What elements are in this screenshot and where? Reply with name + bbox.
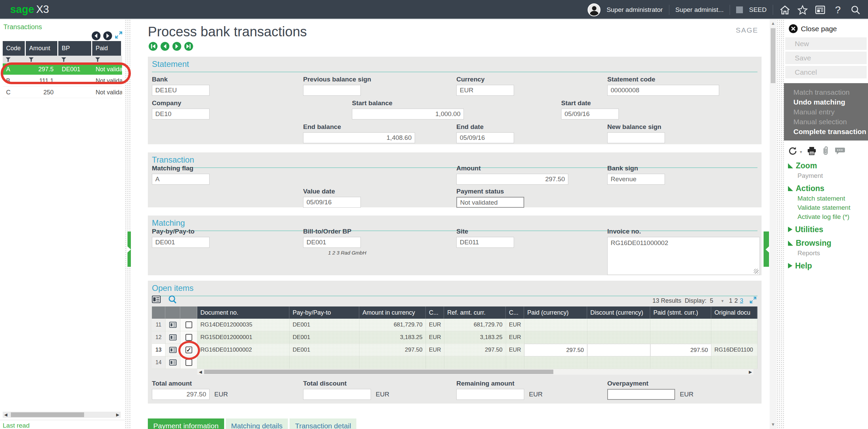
- section-header-browsing[interactable]: Browsing: [784, 238, 868, 248]
- section-item-validate-statement[interactable]: Validate statement: [784, 203, 868, 212]
- star-icon[interactable]: [797, 4, 808, 16]
- scroll-down-icon[interactable]: ▼: [770, 422, 776, 427]
- grid-icon[interactable]: [152, 296, 161, 304]
- avatar[interactable]: [588, 3, 600, 16]
- cancel-button[interactable]: Cancel: [785, 66, 867, 78]
- value-date-input[interactable]: 05/09/16: [303, 197, 361, 208]
- scroll-thumb[interactable]: [204, 370, 553, 374]
- row-checkbox[interactable]: [185, 334, 192, 341]
- row-checkbox[interactable]: [185, 321, 192, 328]
- section-header-actions[interactable]: Actions: [784, 183, 868, 194]
- section-item-activate-log-file-[interactable]: Activate log file (*): [784, 212, 868, 221]
- printer-icon[interactable]: [807, 146, 817, 157]
- column-header-util[interactable]: [152, 306, 165, 319]
- end-balance-input[interactable]: 1,408.60: [303, 132, 415, 143]
- payment-status-input[interactable]: Not validated: [456, 197, 524, 208]
- column-header[interactable]: C...: [506, 306, 524, 319]
- column-header[interactable]: Original docu: [711, 306, 757, 319]
- right-splitter[interactable]: [776, 19, 784, 429]
- next-record-icon[interactable]: [172, 42, 181, 52]
- dropdown-caret-icon[interactable]: ▾: [721, 298, 724, 303]
- comment-icon[interactable]: [834, 147, 845, 157]
- scroll-left-icon[interactable]: ◀: [197, 370, 203, 374]
- user-role[interactable]: Super administ...: [675, 6, 724, 14]
- column-header[interactable]: Amount in currency: [359, 306, 426, 319]
- section-header-help[interactable]: Help: [784, 260, 868, 271]
- close-page-button[interactable]: Close page: [789, 24, 868, 33]
- open-items-row-12[interactable]: 12RG15DE012000001DE0013,183.25EUR3,183.2…: [152, 331, 757, 344]
- search-icon[interactable]: [168, 295, 177, 305]
- next-record-icon[interactable]: [103, 31, 112, 40]
- overpayment-input[interactable]: [607, 389, 675, 400]
- prev-record-icon[interactable]: [160, 42, 170, 52]
- statement-code-input[interactable]: 00000008: [607, 85, 719, 96]
- bank-input[interactable]: DE1EU: [152, 85, 210, 96]
- column-header[interactable]: Document no.: [197, 306, 290, 319]
- user-name[interactable]: Super administrator: [607, 6, 663, 14]
- search-icon[interactable]: [850, 4, 861, 16]
- column-header[interactable]: Paid (currency): [524, 306, 587, 319]
- section-item-match-statement[interactable]: Match statement: [784, 194, 868, 203]
- column-header-bp[interactable]: BP: [58, 41, 92, 56]
- home-icon[interactable]: [779, 4, 791, 16]
- end-date-input[interactable]: 05/09/16: [456, 132, 514, 143]
- main-vscrollbar[interactable]: ▲ ▼: [770, 19, 776, 429]
- help-icon[interactable]: ?: [832, 4, 844, 16]
- collapse-right-panel-handle[interactable]: [764, 231, 769, 267]
- column-header-amount[interactable]: Amount: [26, 41, 58, 56]
- last-record-icon[interactable]: [184, 42, 193, 52]
- amount-input[interactable]: 297.50: [456, 174, 568, 185]
- bill-to-input[interactable]: DE001: [303, 237, 361, 248]
- open-items-row-14[interactable]: 14: [152, 356, 757, 369]
- save-button[interactable]: Save: [785, 52, 867, 64]
- tab-matching-details[interactable]: Matching details: [226, 418, 288, 429]
- remaining-amount-input[interactable]: [456, 389, 524, 400]
- tab-transaction-detail[interactable]: Transaction detail: [290, 418, 356, 429]
- row-checkbox[interactable]: [185, 359, 192, 366]
- detail-card-icon[interactable]: [165, 331, 180, 344]
- resize-grip-icon[interactable]: [754, 269, 758, 274]
- total-amount-input[interactable]: 297.50: [152, 389, 210, 400]
- scroll-up-icon[interactable]: ▲: [770, 21, 776, 26]
- column-header[interactable]: C...: [426, 306, 444, 319]
- total-discount-input[interactable]: [303, 389, 371, 400]
- section-item-reports[interactable]: Reports: [784, 248, 868, 258]
- page-link-2[interactable]: 2: [734, 297, 738, 304]
- dropdown-caret-icon[interactable]: ▾: [800, 149, 802, 154]
- column-header[interactable]: Discount (currency): [587, 306, 650, 319]
- section-item-payment[interactable]: Payment: [784, 171, 868, 180]
- column-header-paid[interactable]: Paid: [92, 41, 122, 56]
- page-link-3[interactable]: 3: [740, 297, 743, 304]
- detail-card-icon[interactable]: [165, 319, 180, 331]
- previous-balance-sign-input[interactable]: [303, 85, 361, 96]
- column-header[interactable]: Ref. amt. curr.: [444, 306, 506, 319]
- menu-item-complete-transaction[interactable]: Complete transaction: [784, 127, 868, 136]
- open-items-row-11[interactable]: 11RG14DE012000035DE001681,729.70EUR681,7…: [152, 319, 757, 331]
- last-read-link[interactable]: Last read: [3, 422, 29, 429]
- column-header[interactable]: Pay-by/Pay-to: [290, 306, 359, 319]
- currency-input[interactable]: EUR: [456, 85, 514, 96]
- start-date-input[interactable]: 05/09/16: [561, 109, 619, 119]
- scroll-thumb[interactable]: [771, 28, 775, 83]
- start-balance-input[interactable]: 1,000.00: [352, 109, 464, 119]
- sage-x3-logo[interactable]: sageX3: [10, 3, 49, 16]
- scroll-right-icon[interactable]: ▶: [115, 412, 121, 417]
- cell[interactable]: 297.50: [650, 344, 711, 356]
- column-header-util[interactable]: [180, 306, 197, 319]
- pay-by-input[interactable]: DE001: [152, 237, 210, 248]
- scroll-right-icon[interactable]: ▶: [747, 370, 753, 374]
- refresh-icon[interactable]: [788, 146, 797, 157]
- detail-card-icon[interactable]: [165, 356, 180, 369]
- display-value[interactable]: 5: [710, 297, 713, 304]
- invoice-no-textarea[interactable]: RG16DE011000002: [607, 237, 760, 275]
- cell[interactable]: [587, 344, 650, 356]
- column-header-code[interactable]: Code: [3, 41, 26, 56]
- first-record-icon[interactable]: [149, 42, 158, 52]
- tab-payment-information[interactable]: Payment information: [148, 418, 224, 429]
- column-header-util[interactable]: [165, 306, 180, 319]
- new-balance-sign-input[interactable]: [607, 132, 665, 143]
- left-panel-hscrollbar[interactable]: ◀ ▶: [3, 412, 121, 418]
- scroll-left-icon[interactable]: ◀: [3, 412, 9, 417]
- endpoint-label[interactable]: SEED: [749, 6, 767, 14]
- bank-sign-input[interactable]: Revenue: [607, 174, 665, 185]
